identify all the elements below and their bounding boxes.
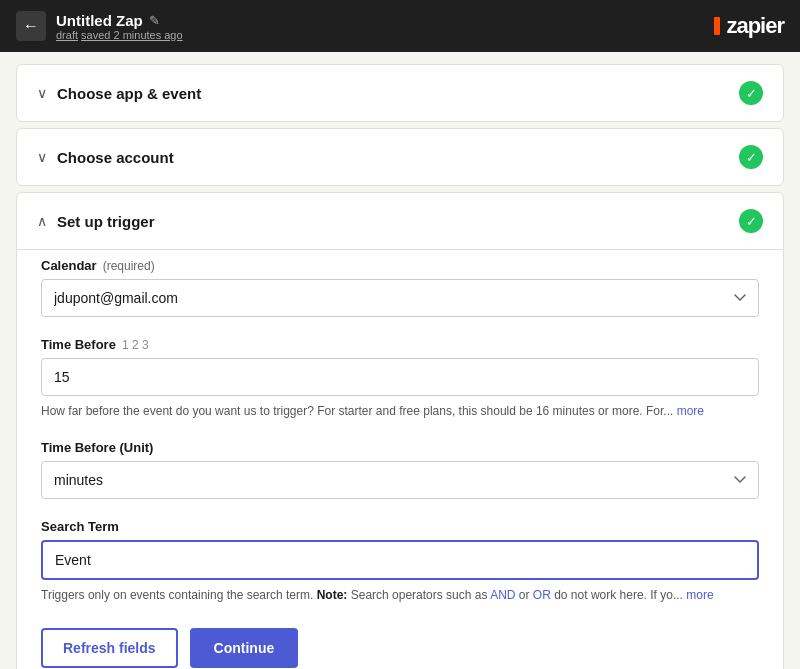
calendar-required: (required) [103, 259, 155, 273]
search-term-help: Triggers only on events containing the s… [41, 586, 759, 604]
zap-title-group: Untitled Zap ✎ draft saved 2 minutes ago [56, 12, 183, 41]
refresh-fields-button[interactable]: Refresh fields [41, 628, 178, 668]
time-before-unit-label: Time Before (Unit) [41, 440, 759, 455]
time-before-field-group: Time Before 1 2 3 How far before the eve… [41, 337, 759, 420]
header-left: ← Untitled Zap ✎ draft saved 2 minutes a… [16, 11, 183, 41]
choose-account-title: Choose account [57, 149, 174, 166]
setup-trigger-header-left: ∧ Set up trigger [37, 213, 155, 230]
check-circle-app: ✓ [739, 81, 763, 105]
zap-title: Untitled Zap [56, 12, 143, 29]
search-term-field-group: Search Term Triggers only on events cont… [41, 519, 759, 604]
time-before-unit-select[interactable]: minutes hours days [41, 461, 759, 499]
time-before-input[interactable] [41, 358, 759, 396]
main-content: ∨ Choose app & event ✓ ∨ Choose account … [0, 52, 800, 669]
search-term-label: Search Term [41, 519, 759, 534]
zap-title-row: Untitled Zap ✎ [56, 12, 183, 29]
continue-button[interactable]: Continue [190, 628, 299, 668]
calendar-field-group: Calendar (required) jdupont@gmail.com [41, 258, 759, 317]
search-term-note: Note: [317, 588, 348, 602]
saved-label: saved 2 minutes ago [81, 29, 183, 41]
and-link[interactable]: AND [490, 588, 515, 602]
calendar-select-wrapper: jdupont@gmail.com [41, 279, 759, 317]
search-term-input[interactable] [41, 540, 759, 580]
zapier-logo: zapier [714, 13, 784, 39]
chevron-down-icon: ∨ [37, 149, 47, 165]
choose-account-header[interactable]: ∨ Choose account ✓ [17, 129, 783, 185]
time-before-unit-field-group: Time Before (Unit) minutes hours days [41, 440, 759, 499]
choose-account-header-left: ∨ Choose account [37, 149, 174, 166]
time-before-unit-select-wrapper: minutes hours days [41, 461, 759, 499]
choose-app-header-left: ∨ Choose app & event [37, 85, 201, 102]
choose-app-section: ∨ Choose app & event ✓ [16, 64, 784, 122]
check-circle-account: ✓ [739, 145, 763, 169]
time-before-numbers: 1 2 3 [122, 338, 149, 352]
draft-info: draft saved 2 minutes ago [56, 29, 183, 41]
back-button[interactable]: ← [16, 11, 46, 41]
setup-trigger-title: Set up trigger [57, 213, 155, 230]
check-circle-trigger: ✓ [739, 209, 763, 233]
or-link[interactable]: OR [533, 588, 551, 602]
time-before-more-link[interactable]: more [677, 404, 704, 418]
time-before-help: How far before the event do you want us … [41, 402, 759, 420]
action-buttons-row: Refresh fields Continue [41, 628, 759, 668]
calendar-label: Calendar (required) [41, 258, 759, 273]
draft-label: draft [56, 29, 78, 41]
time-before-label: Time Before 1 2 3 [41, 337, 759, 352]
chevron-down-icon: ∨ [37, 85, 47, 101]
choose-account-section: ∨ Choose account ✓ [16, 128, 784, 186]
edit-icon[interactable]: ✎ [149, 13, 160, 28]
trigger-body: Calendar (required) jdupont@gmail.com Ti… [17, 249, 783, 669]
app-header: ← Untitled Zap ✎ draft saved 2 minutes a… [0, 0, 800, 52]
choose-app-title: Choose app & event [57, 85, 201, 102]
choose-app-header[interactable]: ∨ Choose app & event ✓ [17, 65, 783, 121]
setup-trigger-header[interactable]: ∧ Set up trigger ✓ [17, 193, 783, 249]
calendar-select[interactable]: jdupont@gmail.com [41, 279, 759, 317]
setup-trigger-section: ∧ Set up trigger ✓ Calendar (required) j… [16, 192, 784, 669]
chevron-up-icon: ∧ [37, 213, 47, 229]
search-term-more-link[interactable]: more [686, 588, 713, 602]
